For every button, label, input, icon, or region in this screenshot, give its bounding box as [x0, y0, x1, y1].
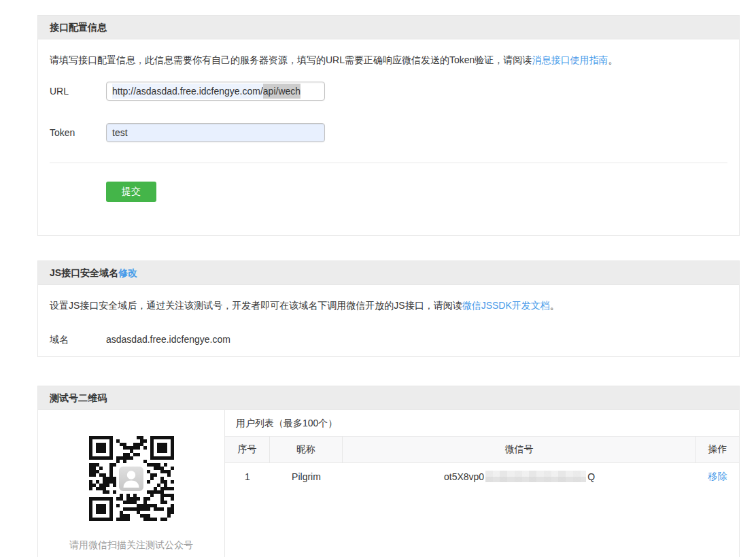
cell-wechat-id: ot5X8vp0Q: [343, 463, 696, 490]
user-list-panel: 用户列表（最多100个） 序号 昵称 微信号 操作 1 Pilgrim ot5X…: [225, 410, 739, 557]
cell-action: 移除: [696, 463, 739, 490]
url-input[interactable]: http://asdasdad.free.idcfengye.com/api/w…: [106, 82, 325, 101]
qr-code: [89, 436, 174, 521]
token-form-row: Token test: [50, 123, 727, 142]
modify-link[interactable]: 修改: [118, 267, 137, 278]
test-qrcode-body: 请用微信扫描关注测试公众号 用户列表（最多100个） 序号 昵称 微信号 操作 …: [38, 410, 739, 557]
header-wechat-id: 微信号: [343, 437, 696, 462]
description-period: 。: [550, 300, 560, 311]
description-period: 。: [608, 54, 617, 65]
js-domain-header: JS接口安全域名修改: [38, 261, 739, 285]
domain-label: 域名: [50, 334, 106, 346]
submit-button[interactable]: 提交: [106, 182, 156, 202]
js-domain-description: 设置JS接口安全域后，通过关注该测试号，开发者即可在该域名下调用微信开放的JS接…: [50, 300, 727, 311]
header-action: 操作: [696, 437, 739, 462]
form-divider: [50, 163, 727, 163]
cell-index: 1: [225, 463, 270, 490]
test-qrcode-card: 测试号二维码 请用微信扫描关注测试公众号 用户列表（最多100个）: [37, 386, 740, 557]
cell-nickname: Pilgrim: [270, 463, 343, 490]
url-label: URL: [50, 86, 106, 97]
token-label: Token: [50, 127, 106, 138]
description-text: 请填写接口配置信息，此信息需要你有自己的服务器资源，填写的URL需要正确响应微信…: [50, 54, 532, 65]
url-form-row: URL http://asdasdad.free.idcfengye.com/a…: [50, 82, 727, 101]
interface-config-title: 接口配置信息: [50, 22, 107, 33]
redacted-wechat-id: [485, 471, 586, 482]
user-table-header: 序号 昵称 微信号 操作: [225, 437, 739, 463]
interface-config-card: 接口配置信息 请填写接口配置信息，此信息需要你有自己的服务器资源，填写的URL需…: [37, 15, 740, 236]
js-domain-card: JS接口安全域名修改 设置JS接口安全域后，通过关注该测试号，开发者即可在该域名…: [37, 260, 740, 357]
jssdk-doc-link[interactable]: 微信JSSDK开发文档: [462, 300, 550, 311]
header-index: 序号: [225, 437, 270, 462]
user-list-title: 用户列表（最多100个）: [225, 410, 739, 437]
domain-row: 域名 asdasdad.free.idcfengye.com: [50, 334, 727, 346]
wechat-id-prefix: ot5X8vp0: [444, 471, 484, 482]
person-icon-glyph: [119, 436, 143, 521]
interface-config-header: 接口配置信息: [38, 16, 739, 39]
token-input[interactable]: test: [106, 123, 325, 142]
js-domain-title: JS接口安全域名: [50, 267, 118, 278]
message-api-guide-link[interactable]: 消息接口使用指南: [532, 54, 608, 65]
url-value-selected: api/wech: [263, 84, 300, 99]
url-value: http://asdasdad.free.idcfengye.com/: [112, 84, 263, 99]
header-nickname: 昵称: [270, 437, 343, 462]
description-text: 设置JS接口安全域后，通过关注该测试号，开发者即可在该域名下调用微信开放的JS接…: [50, 300, 462, 311]
wechat-id-suffix: Q: [587, 471, 595, 482]
token-value: test: [112, 127, 128, 138]
page: 接口配置信息 请填写接口配置信息，此信息需要你有自己的服务器资源，填写的URL需…: [0, 0, 756, 557]
interface-config-description: 请填写接口配置信息，此信息需要你有自己的服务器资源，填写的URL需要正确响应微信…: [50, 54, 727, 66]
js-domain-body: 设置JS接口安全域后，通过关注该测试号，开发者即可在该域名下调用微信开放的JS接…: [38, 285, 739, 346]
test-qrcode-header: 测试号二维码: [38, 386, 739, 410]
table-row: 1 Pilgrim ot5X8vp0Q 移除: [225, 463, 739, 490]
qr-panel: 请用微信扫描关注测试公众号: [38, 410, 225, 557]
qr-caption: 请用微信扫描关注测试公众号: [69, 539, 193, 552]
remove-link[interactable]: 移除: [708, 471, 727, 483]
test-qrcode-title: 测试号二维码: [50, 392, 107, 403]
person-icon: [119, 467, 143, 491]
interface-config-body: 请填写接口配置信息，此信息需要你有自己的服务器资源，填写的URL需要正确响应微信…: [38, 39, 739, 202]
domain-value: asdasdad.free.idcfengye.com: [106, 334, 230, 346]
